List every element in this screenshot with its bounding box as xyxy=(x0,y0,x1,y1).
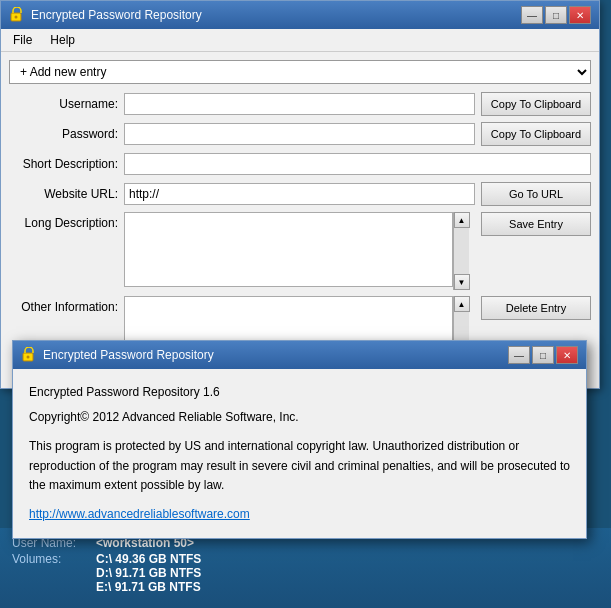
copy-username-button[interactable]: Copy To Clipboard xyxy=(481,92,591,116)
scroll-up-arrow[interactable]: ▲ xyxy=(454,212,470,228)
short-desc-label: Short Description: xyxy=(9,157,124,171)
username-input[interactable] xyxy=(124,93,475,115)
long-desc-row: Long Description: ▲ ▼ Save Entry xyxy=(9,212,591,290)
main-title-controls: — □ ✕ xyxy=(521,6,591,24)
about-link[interactable]: http://www.advancedreliablesoftware.com xyxy=(29,507,250,521)
volume1: C:\ 49.36 GB NTFS xyxy=(96,552,201,566)
website-label: Website URL: xyxy=(9,187,124,201)
long-desc-actions: Save Entry xyxy=(475,212,591,236)
volumes-list: C:\ 49.36 GB NTFS D:\ 91.71 GB NTFS E:\ … xyxy=(96,552,201,594)
main-title-bar: Encrypted Password Repository — □ ✕ xyxy=(1,1,599,29)
content-area: + Add new entry Username: Copy To Clipbo… xyxy=(1,52,599,388)
volumes-taskbar-row: Volumes: C:\ 49.36 GB NTFS D:\ 91.71 GB … xyxy=(12,552,599,594)
password-label: Password: xyxy=(9,127,124,141)
copy-password-button[interactable]: Copy To Clipboard xyxy=(481,122,591,146)
about-line2: Copyright© 2012 Advanced Reliable Softwa… xyxy=(29,408,570,427)
short-desc-input[interactable] xyxy=(124,153,591,175)
menu-bar: File Help xyxy=(1,29,599,52)
username-row: Username: Copy To Clipboard xyxy=(9,92,591,116)
about-window-title: Encrypted Password Repository xyxy=(43,348,214,362)
about-minimize-button[interactable]: — xyxy=(508,346,530,364)
main-window: Encrypted Password Repository — □ ✕ File… xyxy=(0,0,600,389)
close-button[interactable]: ✕ xyxy=(569,6,591,24)
title-bar-left: Encrypted Password Repository xyxy=(9,7,202,23)
maximize-button[interactable]: □ xyxy=(545,6,567,24)
about-close-button[interactable]: ✕ xyxy=(556,346,578,364)
password-row: Password: Copy To Clipboard xyxy=(9,122,591,146)
other-info-actions: Delete Entry xyxy=(475,296,591,320)
minimize-button[interactable]: — xyxy=(521,6,543,24)
about-maximize-button[interactable]: □ xyxy=(532,346,554,364)
go-to-url-button[interactable]: Go To URL xyxy=(481,182,591,206)
delete-entry-button[interactable]: Delete Entry xyxy=(481,296,591,320)
long-desc-textarea[interactable] xyxy=(124,212,453,287)
file-menu[interactable]: File xyxy=(5,31,40,49)
about-line3: This program is protected by US and inte… xyxy=(29,437,570,495)
website-row: Website URL: Go To URL xyxy=(9,182,591,206)
about-title-left: Encrypted Password Repository xyxy=(21,347,214,363)
app-icon xyxy=(9,7,25,23)
volume3: E:\ 91.71 GB NTFS xyxy=(96,580,201,594)
entry-dropdown-row: + Add new entry xyxy=(9,60,591,84)
main-window-title: Encrypted Password Repository xyxy=(31,8,202,22)
short-desc-row: Short Description: xyxy=(9,152,591,176)
svg-point-3 xyxy=(27,356,30,359)
about-title-controls: — □ ✕ xyxy=(508,346,578,364)
about-app-icon xyxy=(21,347,37,363)
entry-select[interactable]: + Add new entry xyxy=(9,60,591,84)
taskbar: User Name: <workstation 50> Volumes: C:\… xyxy=(0,528,611,608)
about-title-bar: Encrypted Password Repository — □ ✕ xyxy=(13,341,586,369)
other-info-label: Other Information: xyxy=(9,296,124,314)
long-desc-wrapper: ▲ ▼ xyxy=(124,212,469,290)
website-input[interactable] xyxy=(124,183,475,205)
help-menu[interactable]: Help xyxy=(42,31,83,49)
about-dialog: Encrypted Password Repository — □ ✕ Encr… xyxy=(12,340,587,539)
password-input[interactable] xyxy=(124,123,475,145)
taskbar-volumes-label: Volumes: xyxy=(12,552,92,594)
scroll-down-arrow[interactable]: ▼ xyxy=(454,274,470,290)
long-desc-scrollbar[interactable]: ▲ ▼ xyxy=(453,212,469,290)
save-entry-button[interactable]: Save Entry xyxy=(481,212,591,236)
about-line1: Encrypted Password Repository 1.6 xyxy=(29,383,570,402)
username-label: Username: xyxy=(9,97,124,111)
svg-point-1 xyxy=(15,16,18,19)
other-scroll-up[interactable]: ▲ xyxy=(454,296,470,312)
volume2: D:\ 91.71 GB NTFS xyxy=(96,566,201,580)
long-desc-label: Long Description: xyxy=(9,212,124,230)
about-content: Encrypted Password Repository 1.6 Copyri… xyxy=(13,369,586,538)
